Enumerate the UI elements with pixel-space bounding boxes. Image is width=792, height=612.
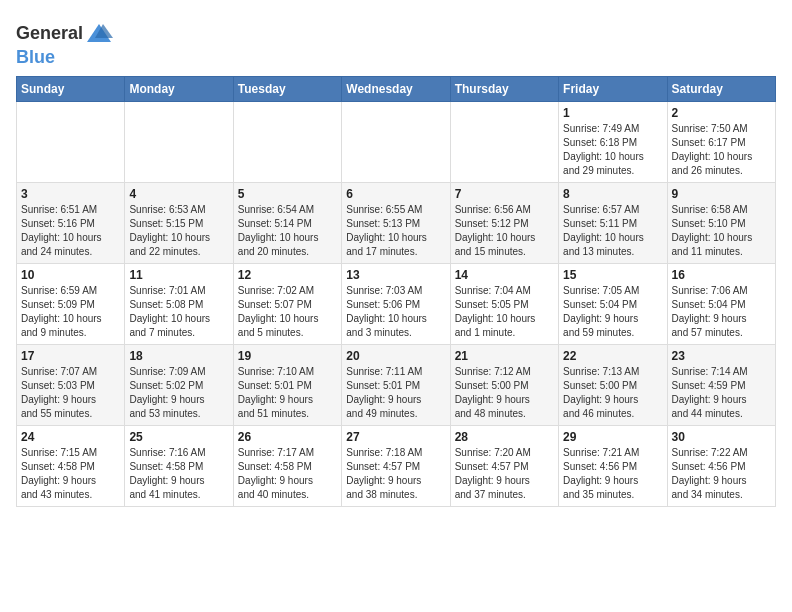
calendar-cell: 10Sunrise: 6:59 AMSunset: 5:09 PMDayligh… bbox=[17, 263, 125, 344]
header: General Blue bbox=[16, 16, 776, 68]
logo-icon bbox=[85, 20, 113, 48]
day-number: 24 bbox=[21, 430, 120, 444]
day-number: 16 bbox=[672, 268, 771, 282]
calendar-week-1: 3Sunrise: 6:51 AMSunset: 5:16 PMDaylight… bbox=[17, 182, 776, 263]
day-number: 28 bbox=[455, 430, 554, 444]
day-info: Sunrise: 7:15 AMSunset: 4:58 PMDaylight:… bbox=[21, 446, 120, 502]
day-info: Sunrise: 7:10 AMSunset: 5:01 PMDaylight:… bbox=[238, 365, 337, 421]
day-info: Sunrise: 6:54 AMSunset: 5:14 PMDaylight:… bbox=[238, 203, 337, 259]
calendar-cell: 8Sunrise: 6:57 AMSunset: 5:11 PMDaylight… bbox=[559, 182, 667, 263]
day-info: Sunrise: 7:17 AMSunset: 4:58 PMDaylight:… bbox=[238, 446, 337, 502]
day-info: Sunrise: 6:56 AMSunset: 5:12 PMDaylight:… bbox=[455, 203, 554, 259]
logo: General Blue bbox=[16, 20, 113, 68]
weekday-saturday: Saturday bbox=[667, 76, 775, 101]
weekday-friday: Friday bbox=[559, 76, 667, 101]
day-number: 2 bbox=[672, 106, 771, 120]
day-info: Sunrise: 6:55 AMSunset: 5:13 PMDaylight:… bbox=[346, 203, 445, 259]
calendar-table: SundayMondayTuesdayWednesdayThursdayFrid… bbox=[16, 76, 776, 507]
day-number: 20 bbox=[346, 349, 445, 363]
day-number: 23 bbox=[672, 349, 771, 363]
calendar-week-2: 10Sunrise: 6:59 AMSunset: 5:09 PMDayligh… bbox=[17, 263, 776, 344]
day-info: Sunrise: 6:51 AMSunset: 5:16 PMDaylight:… bbox=[21, 203, 120, 259]
day-info: Sunrise: 7:22 AMSunset: 4:56 PMDaylight:… bbox=[672, 446, 771, 502]
weekday-sunday: Sunday bbox=[17, 76, 125, 101]
day-number: 27 bbox=[346, 430, 445, 444]
calendar-week-0: 1Sunrise: 7:49 AMSunset: 6:18 PMDaylight… bbox=[17, 101, 776, 182]
day-info: Sunrise: 6:53 AMSunset: 5:15 PMDaylight:… bbox=[129, 203, 228, 259]
calendar-cell bbox=[233, 101, 341, 182]
calendar-cell bbox=[125, 101, 233, 182]
day-number: 13 bbox=[346, 268, 445, 282]
calendar-cell: 14Sunrise: 7:04 AMSunset: 5:05 PMDayligh… bbox=[450, 263, 558, 344]
calendar-cell: 9Sunrise: 6:58 AMSunset: 5:10 PMDaylight… bbox=[667, 182, 775, 263]
day-number: 5 bbox=[238, 187, 337, 201]
day-info: Sunrise: 7:13 AMSunset: 5:00 PMDaylight:… bbox=[563, 365, 662, 421]
calendar-cell: 25Sunrise: 7:16 AMSunset: 4:58 PMDayligh… bbox=[125, 425, 233, 506]
calendar-cell: 3Sunrise: 6:51 AMSunset: 5:16 PMDaylight… bbox=[17, 182, 125, 263]
calendar-cell: 12Sunrise: 7:02 AMSunset: 5:07 PMDayligh… bbox=[233, 263, 341, 344]
day-number: 25 bbox=[129, 430, 228, 444]
day-number: 1 bbox=[563, 106, 662, 120]
day-info: Sunrise: 6:59 AMSunset: 5:09 PMDaylight:… bbox=[21, 284, 120, 340]
calendar-cell bbox=[342, 101, 450, 182]
day-info: Sunrise: 7:09 AMSunset: 5:02 PMDaylight:… bbox=[129, 365, 228, 421]
calendar-cell: 22Sunrise: 7:13 AMSunset: 5:00 PMDayligh… bbox=[559, 344, 667, 425]
day-number: 10 bbox=[21, 268, 120, 282]
day-info: Sunrise: 7:14 AMSunset: 4:59 PMDaylight:… bbox=[672, 365, 771, 421]
weekday-thursday: Thursday bbox=[450, 76, 558, 101]
calendar-week-4: 24Sunrise: 7:15 AMSunset: 4:58 PMDayligh… bbox=[17, 425, 776, 506]
day-number: 17 bbox=[21, 349, 120, 363]
calendar-cell: 27Sunrise: 7:18 AMSunset: 4:57 PMDayligh… bbox=[342, 425, 450, 506]
calendar-cell: 5Sunrise: 6:54 AMSunset: 5:14 PMDaylight… bbox=[233, 182, 341, 263]
calendar-cell: 21Sunrise: 7:12 AMSunset: 5:00 PMDayligh… bbox=[450, 344, 558, 425]
calendar-cell: 13Sunrise: 7:03 AMSunset: 5:06 PMDayligh… bbox=[342, 263, 450, 344]
day-info: Sunrise: 7:50 AMSunset: 6:17 PMDaylight:… bbox=[672, 122, 771, 178]
day-info: Sunrise: 7:11 AMSunset: 5:01 PMDaylight:… bbox=[346, 365, 445, 421]
day-info: Sunrise: 7:03 AMSunset: 5:06 PMDaylight:… bbox=[346, 284, 445, 340]
day-number: 7 bbox=[455, 187, 554, 201]
day-info: Sunrise: 7:06 AMSunset: 5:04 PMDaylight:… bbox=[672, 284, 771, 340]
calendar-cell: 7Sunrise: 6:56 AMSunset: 5:12 PMDaylight… bbox=[450, 182, 558, 263]
day-info: Sunrise: 7:16 AMSunset: 4:58 PMDaylight:… bbox=[129, 446, 228, 502]
calendar-cell: 2Sunrise: 7:50 AMSunset: 6:17 PMDaylight… bbox=[667, 101, 775, 182]
weekday-wednesday: Wednesday bbox=[342, 76, 450, 101]
calendar-cell: 1Sunrise: 7:49 AMSunset: 6:18 PMDaylight… bbox=[559, 101, 667, 182]
calendar-cell: 11Sunrise: 7:01 AMSunset: 5:08 PMDayligh… bbox=[125, 263, 233, 344]
page-container: General Blue SundayMondayTuesdayWednesda… bbox=[0, 0, 792, 515]
calendar-cell: 30Sunrise: 7:22 AMSunset: 4:56 PMDayligh… bbox=[667, 425, 775, 506]
day-number: 30 bbox=[672, 430, 771, 444]
day-info: Sunrise: 6:57 AMSunset: 5:11 PMDaylight:… bbox=[563, 203, 662, 259]
day-info: Sunrise: 7:07 AMSunset: 5:03 PMDaylight:… bbox=[21, 365, 120, 421]
weekday-header-row: SundayMondayTuesdayWednesdayThursdayFrid… bbox=[17, 76, 776, 101]
calendar-cell: 28Sunrise: 7:20 AMSunset: 4:57 PMDayligh… bbox=[450, 425, 558, 506]
calendar-cell: 29Sunrise: 7:21 AMSunset: 4:56 PMDayligh… bbox=[559, 425, 667, 506]
day-number: 21 bbox=[455, 349, 554, 363]
day-info: Sunrise: 7:05 AMSunset: 5:04 PMDaylight:… bbox=[563, 284, 662, 340]
day-info: Sunrise: 7:49 AMSunset: 6:18 PMDaylight:… bbox=[563, 122, 662, 178]
calendar-week-3: 17Sunrise: 7:07 AMSunset: 5:03 PMDayligh… bbox=[17, 344, 776, 425]
calendar-cell: 23Sunrise: 7:14 AMSunset: 4:59 PMDayligh… bbox=[667, 344, 775, 425]
day-info: Sunrise: 7:04 AMSunset: 5:05 PMDaylight:… bbox=[455, 284, 554, 340]
day-info: Sunrise: 7:02 AMSunset: 5:07 PMDaylight:… bbox=[238, 284, 337, 340]
logo-text-general: General bbox=[16, 24, 83, 44]
calendar-cell: 20Sunrise: 7:11 AMSunset: 5:01 PMDayligh… bbox=[342, 344, 450, 425]
day-number: 8 bbox=[563, 187, 662, 201]
day-number: 22 bbox=[563, 349, 662, 363]
day-info: Sunrise: 6:58 AMSunset: 5:10 PMDaylight:… bbox=[672, 203, 771, 259]
calendar-cell: 18Sunrise: 7:09 AMSunset: 5:02 PMDayligh… bbox=[125, 344, 233, 425]
day-number: 6 bbox=[346, 187, 445, 201]
day-info: Sunrise: 7:18 AMSunset: 4:57 PMDaylight:… bbox=[346, 446, 445, 502]
day-number: 19 bbox=[238, 349, 337, 363]
calendar-cell: 4Sunrise: 6:53 AMSunset: 5:15 PMDaylight… bbox=[125, 182, 233, 263]
day-number: 29 bbox=[563, 430, 662, 444]
calendar-cell: 15Sunrise: 7:05 AMSunset: 5:04 PMDayligh… bbox=[559, 263, 667, 344]
day-number: 11 bbox=[129, 268, 228, 282]
day-number: 15 bbox=[563, 268, 662, 282]
weekday-tuesday: Tuesday bbox=[233, 76, 341, 101]
day-number: 4 bbox=[129, 187, 228, 201]
weekday-monday: Monday bbox=[125, 76, 233, 101]
day-number: 18 bbox=[129, 349, 228, 363]
day-number: 3 bbox=[21, 187, 120, 201]
day-info: Sunrise: 7:01 AMSunset: 5:08 PMDaylight:… bbox=[129, 284, 228, 340]
day-info: Sunrise: 7:12 AMSunset: 5:00 PMDaylight:… bbox=[455, 365, 554, 421]
